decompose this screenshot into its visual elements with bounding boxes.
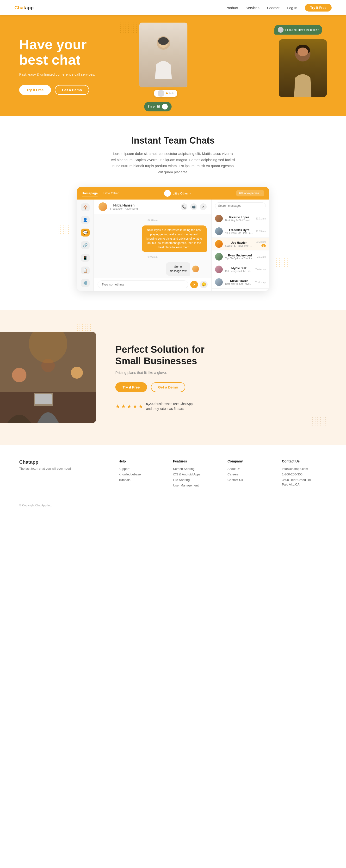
solution-subtitle: Pricing plans that fit like a glove. — [115, 371, 327, 375]
mockup-dots-right: for(let i=0;i<25;i++) document.write('<d… — [276, 258, 288, 267]
sidebar-brand-icon[interactable]: 🔗 — [81, 241, 90, 249]
chat-right-panel: Ricardo Lopez Best Way To Set Travel Ges… — [211, 199, 269, 291]
topbar-tabs: Homepage Little Other — [82, 190, 119, 196]
footer-link-contact[interactable]: Contact Us — [228, 478, 272, 482]
hero-section: Have your best chat Fast, easy & unlimit… — [0, 0, 346, 116]
solution-try-free-button[interactable]: Try it Free — [115, 382, 147, 392]
topbar-avatar — [164, 190, 171, 197]
hero-try-free-button[interactable]: Try it Free — [19, 85, 51, 95]
footer-brand: Chatapp The last team chat you will ever… — [19, 459, 109, 489]
contact-item[interactable]: Myrtle Diaz Get Ready start the Fall Lan… — [212, 263, 269, 276]
solution-people-photo — [0, 332, 96, 423]
sidebar-apps-icon[interactable]: 📱 — [81, 254, 90, 262]
svg-rect-13 — [35, 394, 52, 404]
msg-received-row: Some message text — [166, 262, 207, 276]
chat-header-right: 📞 📹 ✕ — [181, 204, 207, 210]
hero-get-demo-button[interactable]: Get a Demo — [55, 85, 89, 95]
mockup-container: for(let i=0;i<25;i++) document.write('<d… — [70, 187, 276, 291]
nav-try-free-button[interactable]: Try It Free — [305, 4, 331, 11]
contact-info: Myrtle Diaz Get Ready start the Fall Lan… — [225, 267, 253, 273]
footer-link-about[interactable]: About Us — [228, 467, 272, 471]
contact-avatar — [215, 227, 223, 235]
sidebar-settings-icon[interactable]: ⚙️ — [81, 279, 90, 287]
footer-link-file-sharing[interactable]: File Sharing — [173, 478, 218, 482]
contact-time: 11:13 am — [256, 230, 266, 232]
rating-text: 5,200 businesses use ChatApp. and they r… — [146, 402, 194, 411]
footer-col-features: Features Screen Sharing iOS & Android Ap… — [173, 459, 218, 489]
footer-phone[interactable]: 1-800-200-300 — [282, 472, 327, 476]
footer-link-support[interactable]: Support — [118, 467, 163, 471]
footer-link-careers[interactable]: Careers — [228, 472, 272, 476]
footer-link-user-management[interactable]: User Management — [173, 484, 218, 487]
navbar: Chatapp Product Services Contact Log In … — [0, 0, 346, 16]
footer-email[interactable]: info@chatapp.com — [282, 467, 327, 471]
emoji-button[interactable]: 😊 — [200, 281, 208, 288]
hero-buttons: Try it Free Get a Demo — [19, 85, 96, 95]
sidebar-list-icon[interactable]: 📋 — [81, 267, 90, 274]
chat-sidebar: 🏠 👤 💬 🔗 📱 📋 ⚙️ — [77, 199, 94, 291]
msg-timestamp-2: 08:43 am — [98, 256, 207, 258]
nav-login[interactable]: Log In — [287, 6, 297, 10]
footer-link-tutorials[interactable]: Tutorials — [118, 478, 163, 482]
solution-section: for(let i=0;i<30;i++) document.write('<d… — [0, 310, 346, 445]
sidebar-chat-icon[interactable]: 💬 — [81, 228, 90, 237]
contact-time: 2:31 am — [257, 255, 266, 258]
close-icon[interactable]: ✕ — [200, 204, 207, 210]
solution-image-container — [0, 332, 96, 423]
chat-user-name: Hilda Hansen — [110, 204, 138, 207]
chat-input-field[interactable] — [97, 280, 189, 288]
sidebar-user-icon[interactable]: 👤 — [81, 216, 90, 224]
chat-topbar: Homepage Little Other Little Other › 6% … — [77, 187, 269, 199]
contact-item[interactable]: Ryan Underwood Tips To Optimize The Star… — [212, 250, 269, 263]
footer-link-screen-sharing[interactable]: Screen Sharing — [173, 467, 218, 471]
footer-link-knowledgebase[interactable]: Knowledgebase — [118, 472, 163, 476]
send-button[interactable]: ➤ — [190, 281, 198, 288]
contact-preview: Season & Travel(life in One Bite) — [225, 244, 253, 247]
nav-contact[interactable]: Contact — [267, 6, 280, 10]
footer-col-contact: Contact Us info@chatapp.com 1-800-200-30… — [282, 459, 327, 489]
chats-description: Lorem ipsum dolor sit amet, consectetur … — [111, 151, 235, 175]
contact-avatar — [215, 240, 223, 248]
chat-user-meta: Freelancer Advertising — [110, 207, 138, 210]
contact-avatar — [215, 266, 223, 273]
nav-product[interactable]: Product — [225, 6, 238, 10]
person-icon-1 — [151, 31, 175, 79]
solution-get-demo-button[interactable]: Get a Demo — [151, 382, 185, 392]
phone-icon[interactable]: 📞 — [181, 204, 188, 210]
sidebar-home-icon[interactable]: 🏠 — [81, 204, 90, 211]
nav-services[interactable]: Services — [246, 6, 260, 10]
svg-point-10 — [12, 368, 26, 382]
chat-mockup: Homepage Little Other Little Other › 6% … — [77, 187, 269, 291]
contact-item[interactable]: Joy Hayden Season & Travel(life in One B… — [212, 238, 269, 250]
contact-item[interactable]: Frederick Byrd Your Travel On Fleat For … — [212, 225, 269, 238]
topbar-tab-homepage[interactable]: Homepage — [82, 190, 97, 196]
hero-content: Have your best chat Fast, easy & unlimit… — [0, 22, 115, 109]
hero-image-secondary — [279, 39, 327, 97]
contact-time: Yesterday — [255, 281, 266, 284]
contact-search-input[interactable] — [215, 203, 266, 209]
contact-item[interactable]: Ricardo Lopez Best Way To Set Travel Ges… — [212, 212, 269, 225]
contact-name: Ricardo Lopez — [225, 216, 253, 219]
chat-user-info: Hilda Hansen Freelancer Advertising — [110, 204, 138, 210]
star-rating: ★ ★ ★ ★ ★ — [115, 403, 143, 410]
nav-logo: Chatapp — [15, 5, 34, 10]
chat-messages: 07:48 am Now, if you are interested in b… — [94, 214, 211, 278]
contact-time: 11:31 am — [256, 217, 266, 220]
contact-avatar — [215, 253, 223, 260]
topbar-tab-other[interactable]: Little Other — [103, 190, 119, 196]
contact-name: Steve Fowler — [225, 279, 253, 283]
contact-time: Yesterday — [255, 268, 266, 271]
contact-item[interactable]: Steve Fowler Best Way To Set Travel Gest… — [212, 276, 269, 289]
chats-section: Instant Team Chats Lorem ipsum dolor sit… — [0, 116, 346, 310]
video-icon[interactable]: 📹 — [190, 204, 197, 210]
person-icon-2 — [288, 39, 317, 97]
footer-link-apps[interactable]: iOS & Android Apps — [173, 472, 218, 476]
typing-avatar — [157, 90, 164, 97]
solution-dots-bottom: for(let i=0;i<30;i++) document.write('<d… — [312, 417, 327, 426]
footer-copyright: © Copyright ChatApp Inc. — [19, 499, 327, 507]
chat-user-avatar — [98, 203, 107, 211]
footer-logo: Chatapp — [19, 459, 109, 465]
contact-avatar — [215, 278, 223, 286]
footer-address-line2: Palo Alto,CA — [282, 483, 327, 486]
footer-col-company-title: Company — [228, 459, 272, 463]
